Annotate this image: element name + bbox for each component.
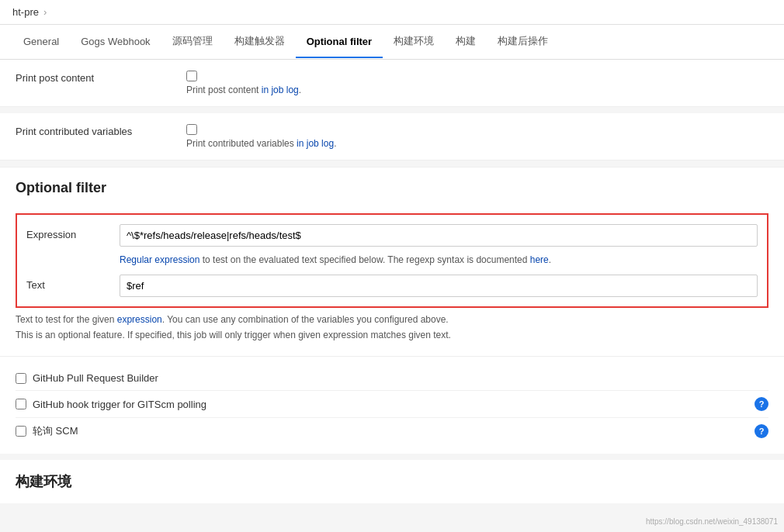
regular-expression-link[interactable]: Regular expression <box>120 254 199 265</box>
print-contributed-variables-field: Print contributed variables in job log. <box>186 124 768 149</box>
print-contributed-variables-checkbox[interactable] <box>186 124 197 135</box>
scm-poll-label: 轮询 SCM <box>33 424 78 438</box>
expression-row: Expression <box>26 224 758 247</box>
expression-label: Expression <box>26 224 120 240</box>
tabs-bar: General Gogs Webhook 源码管理 构建触发器 Optional… <box>0 25 784 60</box>
print-post-content-checkbox-row <box>186 71 768 81</box>
tab-optional-filter[interactable]: Optional filter <box>296 26 383 58</box>
github-hook-trigger-label: GitHub hook trigger for GITScm polling <box>33 399 206 410</box>
print-post-content-label: Print post content <box>16 71 186 84</box>
here-link[interactable]: here <box>530 254 549 265</box>
tab-general[interactable]: General <box>12 26 70 58</box>
optional-filter-header: Optional filter <box>0 167 784 213</box>
text-field-wrap <box>120 275 758 297</box>
tab-source-mgmt[interactable]: 源码管理 <box>161 25 224 59</box>
print-post-content-field: Print post content in job log. <box>186 71 768 95</box>
print-post-content-section: Print post content Print post content in… <box>0 60 784 107</box>
text-row: Text <box>26 275 758 297</box>
tab-post-build[interactable]: 构建后操作 <box>487 25 559 59</box>
github-hook-trigger-row: GitHub hook trigger for GITScm polling ? <box>16 391 768 418</box>
scm-poll-help-icon[interactable]: ? <box>755 424 768 438</box>
text-label: Text <box>26 275 120 291</box>
expression-ref-link[interactable]: expression <box>117 314 162 325</box>
breadcrumb-project[interactable]: ht-pre <box>12 6 39 18</box>
checkboxes-section: GitHub Pull Request Builder GitHub hook … <box>0 356 784 454</box>
optional-filter-content: Expression Regular expression to test on… <box>0 213 784 356</box>
text-hint: Text to test for the given expression. Y… <box>16 314 768 325</box>
content-area: Print post content Print post content in… <box>0 60 784 503</box>
print-post-content-hint: Print post content in job log. <box>186 85 768 95</box>
optional-filter-section: Optional filter Expression Regular expre… <box>0 167 784 356</box>
tab-build[interactable]: 构建 <box>445 25 487 59</box>
scm-poll-row: 轮询 SCM ? <box>16 418 768 444</box>
print-contributed-variables-row: Print contributed variables Print contri… <box>0 113 784 161</box>
print-contributed-variables-label: Print contributed variables <box>16 124 186 137</box>
breadcrumb: ht-pre › <box>0 0 784 25</box>
github-pull-request-builder-checkbox[interactable] <box>16 373 26 384</box>
github-hook-trigger-help-icon[interactable]: ? <box>755 397 768 411</box>
tab-build-trigger[interactable]: 构建触发器 <box>224 25 296 59</box>
text-input[interactable] <box>120 275 758 297</box>
print-contributed-variables-section: Print contributed variables Print contri… <box>0 113 784 161</box>
github-pull-request-builder-label: GitHub Pull Request Builder <box>33 372 158 384</box>
print-contributed-variables-checkbox-row <box>186 124 768 135</box>
expression-input[interactable] <box>120 224 758 247</box>
expression-field-wrap <box>120 224 758 247</box>
optional-filter-title: Optional filter <box>16 180 768 196</box>
print-contributed-variables-hint: Print contributed variables in job log. <box>186 138 768 149</box>
tab-build-env[interactable]: 构建环境 <box>383 25 445 59</box>
tab-gogs-webhook[interactable]: Gogs Webhook <box>70 26 161 58</box>
github-hook-trigger-checkbox[interactable] <box>16 399 26 409</box>
build-env-title: 构建环境 <box>16 472 768 491</box>
print-contributed-variables-hint-link[interactable]: in job log <box>297 138 334 149</box>
print-post-content-checkbox[interactable] <box>186 71 197 81</box>
print-post-content-hint-link[interactable]: in job log <box>262 85 299 95</box>
build-env-section: 构建环境 <box>0 454 784 503</box>
optional-note: This is an optional feature. If specifie… <box>16 330 768 340</box>
print-post-content-row: Print post content Print post content in… <box>0 60 784 107</box>
expression-hint: Regular expression to test on the evalua… <box>120 254 758 265</box>
breadcrumb-chevron: › <box>43 6 47 18</box>
red-border-box: Expression Regular expression to test on… <box>16 213 768 308</box>
github-pull-request-builder-row: GitHub Pull Request Builder <box>16 366 768 391</box>
scm-poll-checkbox[interactable] <box>16 426 26 437</box>
